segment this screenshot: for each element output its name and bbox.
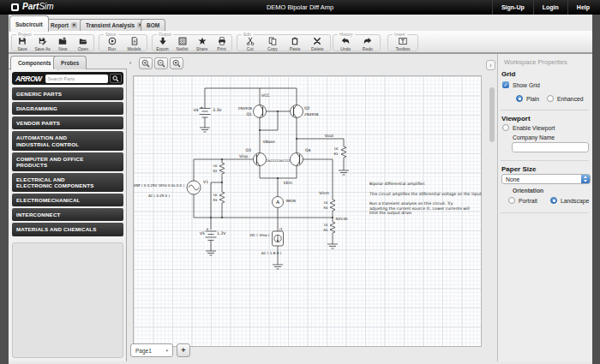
undo-button[interactable]: Undo <box>336 35 356 51</box>
cut-button[interactable]: Cut <box>240 35 260 51</box>
redo-button[interactable]: Redo <box>357 35 377 51</box>
export-button[interactable]: Export <box>153 35 172 51</box>
close-icon[interactable]: ✕ <box>71 22 77 28</box>
sidebar-collapse-button[interactable]: ‹ <box>127 58 134 69</box>
landscape-radio[interactable] <box>550 197 557 204</box>
signup-link[interactable]: Sign-Up <box>492 0 533 15</box>
ground-symbol[interactable] <box>200 128 210 132</box>
show-grid-checkbox[interactable]: ✓ <box>502 81 509 88</box>
textbox-button[interactable]: Textbox <box>393 35 413 51</box>
search-input[interactable] <box>45 75 108 83</box>
save-button[interactable]: Save <box>13 35 33 51</box>
tab-bom[interactable]: BOM <box>141 19 165 31</box>
net-label-vcc: VCC <box>261 93 270 98</box>
transistor-q1[interactable] <box>254 105 267 118</box>
enable-viewport-radio[interactable] <box>502 124 509 131</box>
show-grid-label[interactable]: Show Grid <box>513 82 540 89</box>
button-label: Textbox <box>395 46 410 51</box>
resistor-r2[interactable] <box>219 161 225 176</box>
resistor-r1[interactable] <box>341 145 346 159</box>
annotation-textbox[interactable]: Bipolar differential amplifier. This cir… <box>369 182 483 215</box>
portrait-label[interactable]: Portrait <box>519 198 537 205</box>
share-button[interactable]: Share <box>192 35 212 51</box>
grid-plain-label[interactable]: Plain <box>526 96 539 103</box>
company-name-label: Company Name <box>513 134 555 141</box>
open-button[interactable]: Open <box>73 35 93 51</box>
battery-v5[interactable] <box>206 231 217 241</box>
ground-symbol[interactable] <box>327 244 338 248</box>
zoom-fit-button[interactable] <box>170 57 183 69</box>
tab-transient-analysis[interactable]: Transient Analysis ✕ <box>80 19 149 31</box>
schematic-drawing[interactable]: VCC V4 + 3.3V 2N4918 Q1 Q2 2N4918 VBase … <box>134 76 483 348</box>
paper-size-select[interactable]: None <box>501 174 591 184</box>
category-generic-parts[interactable]: GENERIC PARTS <box>12 87 123 100</box>
netlist-button[interactable]: Netlist <box>172 35 192 51</box>
ref-v5: V5 <box>200 231 205 236</box>
delete-button[interactable]: Delete <box>308 35 327 51</box>
resistor-r5[interactable] <box>330 220 335 235</box>
grid-enhanced-label[interactable]: Enhanced <box>557 96 584 103</box>
toolbar-group-output: Output Export Netlist Share Print <box>152 34 232 51</box>
properties-collapse-button[interactable]: › <box>486 60 495 70</box>
landscape-label[interactable]: Landscape <box>561 198 589 205</box>
ground-symbol[interactable] <box>273 265 283 269</box>
category-automation-industrial[interactable]: AUTOMATION AND INDUSTRIAL CONTROL <box>12 131 123 150</box>
resistor-r3[interactable] <box>219 190 225 205</box>
partsim-logo-icon <box>11 3 19 11</box>
models-icon <box>130 37 139 45</box>
tab-label: BOM <box>147 22 159 28</box>
copy-button[interactable]: Copy <box>262 35 282 51</box>
category-computer-office[interactable]: COMPUTER AND OFFICE PRODUCTS <box>12 152 123 171</box>
category-vendor-parts[interactable]: VENDOR PARTS <box>12 116 123 129</box>
tab-label: Probes <box>61 60 79 66</box>
enable-viewport-label[interactable]: Enable Viewport <box>513 125 555 132</box>
category-materials-chemicals[interactable]: MATERIALS AND CHEMICALS <box>12 223 123 236</box>
portrait-radio[interactable] <box>508 197 515 204</box>
undo-icon <box>341 37 350 45</box>
category-electrical-electronic[interactable]: ELECTRICAL AND ELECTRONIC COMPONENTS <box>12 173 123 192</box>
sidebar-tab-components[interactable]: Components <box>10 56 58 70</box>
new-button[interactable]: New <box>53 35 73 51</box>
toolbar-group-project: Project Save Save As New Open <box>11 34 94 51</box>
netlist-icon <box>178 37 187 45</box>
print-button[interactable]: Print <box>212 35 231 51</box>
login-link[interactable]: Login <box>533 0 567 15</box>
battery-v4[interactable] <box>200 109 211 118</box>
button-label: Run <box>108 46 116 51</box>
cut-icon <box>246 37 255 45</box>
category-diagramming[interactable]: DIAGRAMMING <box>12 102 123 115</box>
transistor-q2[interactable] <box>291 105 303 118</box>
grid-plain-radio[interactable] <box>516 95 523 102</box>
transistor-q3[interactable] <box>254 153 267 166</box>
zoom-out-button[interactable] <box>154 57 168 69</box>
tab-report[interactable]: Report ✕ <box>45 19 83 31</box>
page-tab[interactable]: Page1 ▾ <box>130 343 173 357</box>
ground-symbol[interactable] <box>339 170 349 175</box>
run-button[interactable]: Run <box>102 35 122 51</box>
current-source-i1[interactable] <box>273 231 284 246</box>
transistor-q4[interactable] <box>291 153 303 166</box>
note-line: Bipolar differential amplifier. <box>369 182 425 186</box>
grid-enhanced-radio[interactable] <box>547 95 554 102</box>
add-page-button[interactable]: + <box>177 343 190 357</box>
ground-symbol[interactable] <box>206 251 216 255</box>
ref-q2: Q2 <box>304 106 310 110</box>
paste-button[interactable]: Paste <box>285 35 305 51</box>
tab-subcircuit[interactable]: Subcircuit <box>9 15 49 32</box>
right-margin <box>592 15 600 364</box>
source-v1-sine[interactable] <box>187 181 201 194</box>
zoom-in-button[interactable] <box>139 57 153 69</box>
search-button[interactable] <box>110 74 122 83</box>
models-button[interactable]: Models <box>124 35 144 51</box>
value-v1-ac: AC ( 0.25 0 ) <box>148 194 171 198</box>
save-as-button[interactable]: Save As <box>33 35 52 51</box>
canvas-scrollbar-thumb[interactable] <box>489 87 495 142</box>
category-interconnect[interactable]: INTERCONNECT <box>12 208 123 221</box>
company-name-input[interactable] <box>512 142 589 152</box>
resistor-r4[interactable] <box>330 198 335 212</box>
schematic-canvas[interactable]: VCC V4 + 3.3V 2N4918 Q1 Q2 2N4918 VBase … <box>133 75 482 347</box>
sidebar-tab-probes[interactable]: Probes <box>53 56 87 69</box>
net-label-vinm: Vinm <box>319 191 329 195</box>
category-electromechanical[interactable]: ELECTROMECHANICAL <box>12 194 123 206</box>
help-link[interactable]: Help <box>567 0 598 15</box>
